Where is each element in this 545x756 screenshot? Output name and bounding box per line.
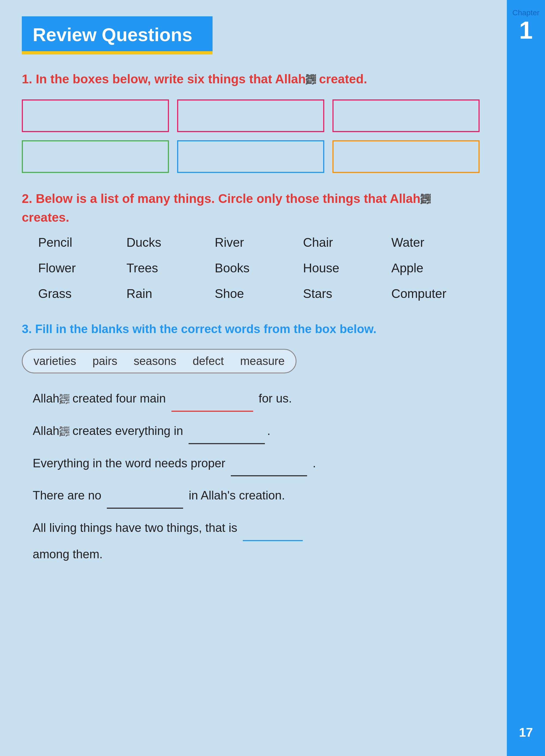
blank-3[interactable] [231,449,307,477]
page-number: 17 [507,725,545,740]
sentence-2: Allah﷽ creates everything in . [33,417,480,444]
answer-box-3[interactable] [333,99,480,132]
q3-main-text: Fill in the blanks with the correct word… [35,322,377,336]
sentence-5: All living things have two things, that … [33,514,480,568]
q3-text: 3. Fill in the blanks with the correct w… [22,320,480,338]
allah-symbol-s2: ﷽ [59,426,69,437]
main-content: Review Questions 1. In the boxes below, … [22,16,480,568]
word-trees: Trees [126,258,215,278]
chapter-number: 1 [519,18,533,42]
word-stars: Stars [303,283,391,304]
chapter-label: Chapter [512,8,540,17]
answer-box-5[interactable] [177,140,324,173]
word-bank-pairs: pairs [92,355,117,368]
q3-number: 3. [22,322,32,336]
review-title: Review Questions [33,24,192,45]
q1-text: 1. In the boxes below, write six things … [22,70,480,89]
answer-box-4[interactable] [22,140,169,173]
question-3: 3. Fill in the blanks with the correct w… [22,320,480,568]
page: Chapter 1 17 Review Questions 1. In the … [0,0,545,756]
q1-main-text: In the boxes below, write six things tha… [36,72,367,86]
blank-2[interactable] [188,417,265,444]
word-bank-measure: measure [240,355,285,368]
word-bank-varieties: varieties [33,355,76,368]
word-rain: Rain [126,283,215,304]
q2-main-text: Below is a list of many things. Circle o… [22,191,430,224]
question-1: 1. In the boxes below, write six things … [22,70,480,173]
word-apple: Apple [391,258,480,278]
word-bank-seasons: seasons [133,355,176,368]
answer-box-2[interactable] [177,99,324,132]
fill-sentences: Allah﷽ created four main for us. Allah﷽ … [33,384,480,568]
sentence-1: Allah﷽ created four main for us. [33,384,480,412]
blank-1[interactable] [171,384,253,412]
word-shoe: Shoe [215,283,303,304]
allah-symbol-q1: ﷽ [306,74,316,86]
word-list: Pencil Ducks River Chair Water Flower Tr… [22,232,480,304]
word-bank-defect: defect [193,355,224,368]
question-2: 2. Below is a list of many things. Circl… [22,189,480,304]
sentence-4: There are no in Allah's creation. [33,481,480,509]
word-house: House [303,258,391,278]
word-bank: varieties pairs seasons defect measure [22,349,297,373]
sidebar: Chapter 1 17 [507,0,545,756]
allah-symbol-q2: ﷽ [421,194,430,205]
allah-symbol-s1: ﷽ [59,394,69,405]
answer-box-6[interactable] [333,140,480,173]
word-books: Books [215,258,303,278]
blank-5[interactable] [243,514,303,541]
blank-4[interactable] [107,481,183,509]
q2-text: 2. Below is a list of many things. Circl… [22,189,480,227]
word-grass: Grass [38,283,126,304]
review-header: Review Questions [22,16,212,51]
answer-boxes [22,99,480,173]
word-pencil: Pencil [38,232,126,252]
answer-box-1[interactable] [22,99,169,132]
word-flower: Flower [38,258,126,278]
word-river: River [215,232,303,252]
q2-number: 2. [22,191,32,206]
word-ducks: Ducks [126,232,215,252]
word-chair: Chair [303,232,391,252]
word-computer: Computer [391,283,480,304]
q1-number: 1. [22,72,32,86]
sentence-3: Everything in the word needs proper . [33,449,480,477]
word-water: Water [391,232,480,252]
